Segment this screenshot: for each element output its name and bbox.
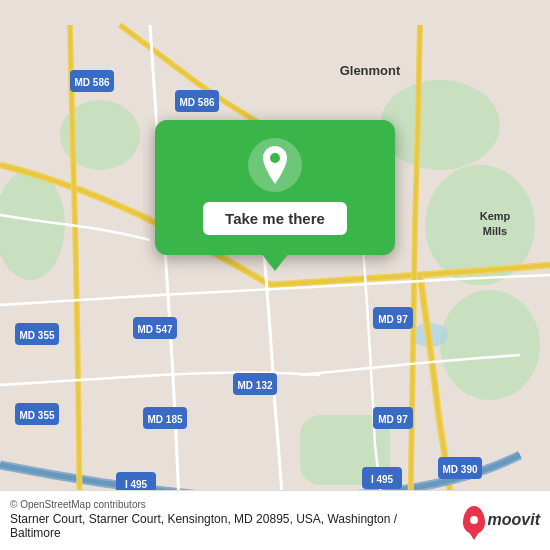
svg-point-4 [0, 170, 65, 280]
svg-text:Kemp: Kemp [480, 210, 511, 222]
svg-text:MD 586: MD 586 [179, 97, 214, 108]
bottom-bar: © OpenStreetMap contributors Starner Cou… [0, 490, 550, 550]
svg-text:MD 97: MD 97 [378, 414, 408, 425]
svg-text:Mills: Mills [483, 225, 507, 237]
svg-text:Glenmont: Glenmont [340, 63, 401, 78]
svg-point-0 [380, 80, 500, 170]
popup-card: Take me there [155, 120, 395, 255]
svg-text:MD 390: MD 390 [442, 464, 477, 475]
osm-credit: © OpenStreetMap contributors [10, 499, 410, 510]
svg-text:MD 355: MD 355 [19, 330, 54, 341]
svg-text:I 495: I 495 [125, 479, 148, 490]
svg-text:I 495: I 495 [371, 474, 394, 485]
svg-text:MD 547: MD 547 [137, 324, 172, 335]
svg-text:MD 97: MD 97 [378, 314, 408, 325]
moovit-pin-inner [470, 516, 478, 524]
moovit-logo: moovit [463, 506, 540, 534]
svg-text:MD 355: MD 355 [19, 410, 54, 421]
bottom-left: © OpenStreetMap contributors Starner Cou… [10, 499, 410, 540]
svg-text:MD 132: MD 132 [237, 380, 272, 391]
address-text: Starner Court, Starner Court, Kensington… [10, 512, 410, 540]
map-svg: MD 586 MD 586 MD 355 MD 355 MD 547 MD 97… [0, 0, 550, 550]
map-container: MD 586 MD 586 MD 355 MD 355 MD 547 MD 97… [0, 0, 550, 550]
take-me-there-button[interactable]: Take me there [203, 202, 347, 235]
location-pin-icon [259, 146, 291, 184]
moovit-brand-text: moovit [488, 511, 540, 529]
svg-point-2 [440, 290, 540, 400]
svg-text:MD 185: MD 185 [147, 414, 182, 425]
moovit-pin-icon [463, 506, 485, 534]
svg-text:MD 586: MD 586 [74, 77, 109, 88]
location-icon-wrap [248, 138, 302, 192]
svg-point-36 [270, 153, 280, 163]
